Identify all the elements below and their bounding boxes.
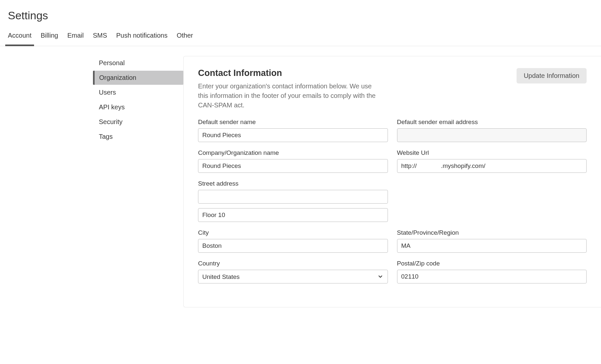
tab-push-notifications[interactable]: Push notifications — [116, 28, 168, 46]
tabs-bar: Account Billing Email SMS Push notificat… — [0, 28, 601, 46]
country-label: Country — [198, 260, 388, 267]
state-label: State/Province/Region — [397, 229, 587, 236]
default-sender-email-label: Default sender email address — [397, 118, 587, 126]
tab-billing[interactable]: Billing — [41, 28, 58, 46]
street-address-line1-input[interactable] — [198, 190, 388, 204]
sidebar-item-tags[interactable]: Tags — [93, 130, 183, 144]
company-name-label: Company/Organization name — [198, 149, 388, 156]
sidebar-item-users[interactable]: Users — [93, 85, 183, 100]
sidebar-item-security[interactable]: Security — [93, 115, 183, 129]
postal-input[interactable] — [397, 270, 587, 283]
default-sender-name-input[interactable] — [198, 128, 388, 142]
sidebar-item-personal[interactable]: Personal — [93, 56, 183, 70]
panel-title: Contact Information — [198, 68, 381, 78]
postal-label: Postal/Zip code — [397, 260, 587, 267]
sidebar-item-organization[interactable]: Organization — [93, 71, 183, 85]
city-label: City — [198, 229, 388, 236]
update-information-button[interactable]: Update Information — [517, 68, 587, 83]
tab-account[interactable]: Account — [8, 28, 31, 46]
street-address-line2-input[interactable] — [198, 208, 388, 222]
city-input[interactable] — [198, 239, 388, 253]
sidebar-item-api-keys[interactable]: API keys — [93, 100, 183, 114]
company-name-input[interactable] — [198, 159, 388, 173]
tab-other[interactable]: Other — [177, 28, 193, 46]
website-url-label: Website Url — [397, 149, 587, 156]
page-title: Settings — [0, 0, 601, 28]
tab-sms[interactable]: SMS — [93, 28, 107, 46]
default-sender-email-input[interactable] — [397, 128, 587, 142]
contact-info-panel: Contact Information Enter your organizat… — [183, 56, 601, 307]
street-address-label: Street address — [198, 180, 388, 187]
default-sender-name-label: Default sender name — [198, 118, 388, 126]
state-input[interactable] — [397, 239, 587, 253]
website-url-input[interactable] — [397, 159, 587, 173]
tab-email[interactable]: Email — [67, 28, 84, 46]
settings-sidebar: Personal Organization Users API keys Sec… — [0, 56, 183, 307]
country-select[interactable]: United States — [198, 270, 388, 283]
panel-description: Enter your organization's contact inform… — [198, 82, 381, 110]
